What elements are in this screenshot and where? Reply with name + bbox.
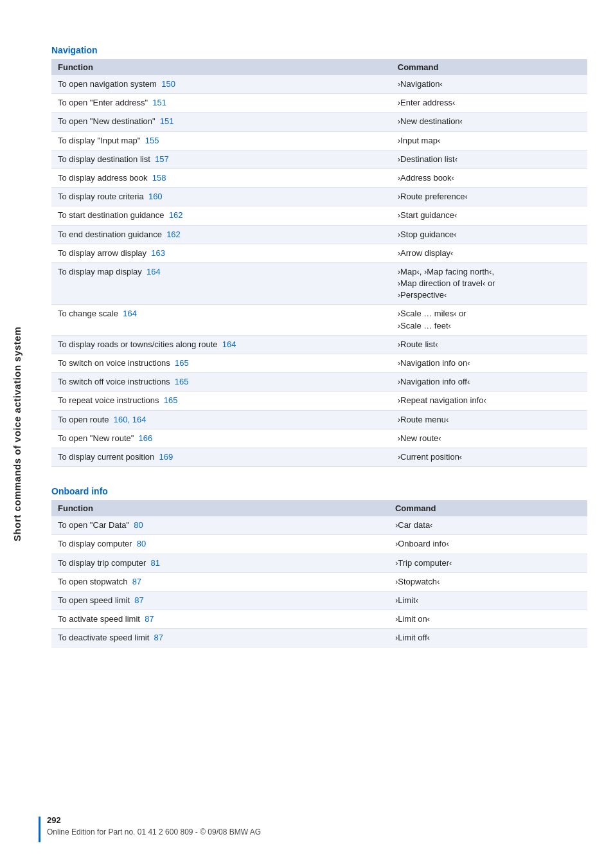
page-num[interactable]: 163 (151, 248, 165, 258)
command-text: ›Navigation info off‹ (398, 377, 470, 386)
page-num[interactable]: 164 (147, 267, 161, 276)
command-cell: ›Input map‹ (391, 131, 587, 150)
page-num[interactable]: 87 (134, 595, 143, 605)
page-reference[interactable]: 150 (161, 79, 175, 89)
page-num[interactable]: 164 (132, 415, 147, 424)
page-reference[interactable]: 163 (151, 248, 165, 258)
nav-col-command: Command (391, 59, 587, 75)
page-num[interactable]: 81 (151, 558, 160, 568)
page-reference[interactable]: 157 (155, 154, 169, 164)
page-reference[interactable]: 160 (148, 192, 163, 201)
table-row: To change scale 164 ›Scale … miles‹ or›S… (51, 305, 587, 335)
table-row: To end destination guidance 162 ›Stop gu… (51, 225, 587, 244)
command-cell: ›Limit off‹ (389, 629, 587, 647)
function-text: To open navigation system (58, 79, 157, 89)
function-cell: To end destination guidance 162 (51, 225, 391, 244)
command-text: ›Arrow display‹ (398, 248, 454, 258)
function-cell: To display destination list 157 (51, 150, 391, 168)
table-row: To open "New route" 166 ›New route‹ (51, 429, 587, 448)
command-text: ›Navigation‹ (398, 79, 443, 89)
page-num[interactable]: 164 (222, 339, 236, 349)
command-text: ›New route‹ (398, 433, 441, 443)
page-reference[interactable]: 162 (166, 230, 181, 239)
function-cell: To open speed limit 87 (51, 591, 389, 610)
command-cell: ›New destination‹ (391, 113, 587, 131)
table-row: To switch on voice instructions 165 ›Nav… (51, 354, 587, 373)
command-text: ›Car data‹ (395, 520, 433, 530)
table-row: To repeat voice instructions 165 ›Repeat… (51, 392, 587, 410)
page-reference[interactable]: 165 (175, 358, 189, 368)
command-cell: ›Scale … miles‹ or›Scale … feet‹ (391, 305, 587, 335)
page-num[interactable]: 165 (164, 395, 178, 405)
function-cell: To open navigation system 150 (51, 75, 391, 94)
page-reference[interactable]: 164 (147, 267, 161, 276)
page-num[interactable]: 80 (134, 520, 143, 530)
command-text: ›Current position‹ (398, 452, 462, 462)
function-text: To repeat voice instructions (58, 395, 159, 405)
table-row: To display destination list 157 ›Destina… (51, 150, 587, 168)
command-text: ›Stop guidance‹ (398, 230, 457, 239)
page-reference[interactable]: 169 (159, 452, 173, 462)
function-text: To switch on voice instructions (58, 358, 170, 368)
command-text: ›Limit on‹ (395, 614, 430, 624)
page-num[interactable]: 151 (160, 116, 174, 126)
function-text: To display map display (58, 267, 142, 276)
page-reference[interactable]: 151 (160, 116, 174, 126)
page-reference[interactable]: 151 (152, 98, 166, 107)
page-num[interactable]: 169 (159, 452, 173, 462)
page-num[interactable]: 165 (175, 377, 189, 386)
function-cell: To display computer 80 (51, 535, 389, 554)
page-num[interactable]: 151 (152, 98, 166, 107)
page-reference[interactable]: 165 (175, 377, 189, 386)
table-row: To deactivate speed limit 87 ›Limit off‹ (51, 629, 587, 647)
page-num[interactable]: 158 (152, 173, 166, 183)
page-num[interactable]: 157 (155, 154, 169, 164)
page-num[interactable]: 155 (145, 136, 159, 145)
command-cell: ›Navigation info off‹ (391, 373, 587, 392)
page-reference[interactable]: 160, 164 (114, 415, 147, 424)
page-reference[interactable]: 166 (139, 433, 153, 443)
page-num[interactable]: 87 (132, 577, 141, 586)
ob-col-command: Command (389, 500, 587, 516)
command-text: ›Enter address‹ (398, 98, 456, 107)
page-num[interactable]: 87 (145, 614, 154, 624)
table-row: To display route criteria 160 ›Route pre… (51, 188, 587, 206)
page-num[interactable]: 164 (123, 309, 137, 318)
function-text: To display route criteria (58, 192, 144, 201)
command-cell: ›Stopwatch‹ (389, 572, 587, 591)
command-cell: ›Enter address‹ (391, 94, 587, 113)
page-num[interactable]: 162 (169, 210, 183, 220)
page-reference[interactable]: 155 (145, 136, 159, 145)
page-num[interactable]: 87 (154, 633, 163, 642)
page-num[interactable]: 80 (137, 539, 146, 548)
page-num[interactable]: 160 (148, 192, 163, 201)
page-reference[interactable]: 164 (222, 339, 236, 349)
function-text: To open stopwatch (58, 577, 127, 586)
page-num[interactable]: 160 (114, 415, 128, 424)
page-num[interactable]: 165 (175, 358, 189, 368)
command-cell: ›New route‹ (391, 429, 587, 448)
command-text: ›Limit‹ (395, 595, 418, 605)
page-reference[interactable]: 162 (169, 210, 183, 220)
onboard-section: Onboard info Function Command To open "C… (51, 486, 587, 647)
function-cell: To display "Input map" 155 (51, 131, 391, 150)
table-row: To open route 160, 164 ›Route menu‹ (51, 410, 587, 429)
page-num[interactable]: 162 (166, 230, 181, 239)
page-num[interactable]: 150 (161, 79, 175, 89)
function-cell: To open route 160, 164 (51, 410, 391, 429)
command-text: ›Map‹, ›Map facing north‹,›Map direction… (398, 267, 495, 300)
command-cell: ›Repeat navigation info‹ (391, 392, 587, 410)
page-reference[interactable]: 158 (152, 173, 166, 183)
footer-content: 292 Online Edition for Part no. 01 41 2 … (47, 815, 261, 836)
table-row: To display computer 80 ›Onboard info‹ (51, 535, 587, 554)
page-reference[interactable]: 165 (164, 395, 178, 405)
function-cell: To switch off voice instructions 165 (51, 373, 391, 392)
function-cell: To open "Car Data" 80 (51, 516, 389, 535)
page-reference[interactable]: 164 (123, 309, 137, 318)
function-text: To open speed limit (58, 595, 130, 605)
page-num[interactable]: 166 (139, 433, 153, 443)
command-text: ›Input map‹ (398, 136, 440, 145)
command-text: ›Stopwatch‹ (395, 577, 440, 586)
command-cell: ›Current position‹ (391, 448, 587, 466)
command-text: ›Navigation info on‹ (398, 358, 470, 368)
